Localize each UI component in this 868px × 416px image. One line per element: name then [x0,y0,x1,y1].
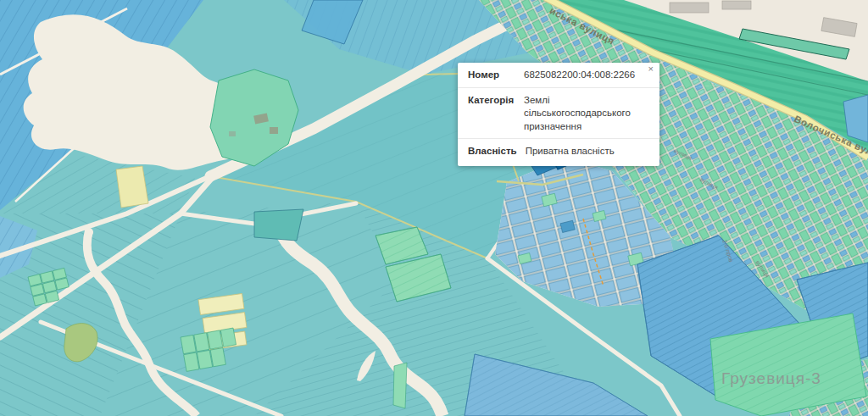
building [270,127,278,134]
parcel-number-value: 6825082200:04:008:2266 [524,69,649,82]
parcel-ownership-value: Приватна власність [526,145,649,158]
popup-row-ownership: Власність Приватна власність [458,139,659,166]
building [229,131,236,136]
parcel-category-value: Землі сільськогосподарського призначення [524,94,649,134]
popup-row-category: Категорія Землі сільськогосподарського п… [458,88,659,140]
parcel-info-popup: × Номер 6825082200:04:008:2266 Категорія… [458,63,659,166]
map-canvas[interactable]: иська вулиця Волочиська вулиця вулиця ву… [0,0,868,416]
map-graphics [0,0,868,416]
close-icon[interactable]: × [648,64,654,74]
dark-teal-parcel [254,209,303,241]
popup-label: Категорія [468,94,515,134]
popup-label: Власність [468,145,517,158]
popup-label: Номер [468,69,515,82]
popup-row-number: Номер 6825082200:04:008:2266 [458,63,659,88]
